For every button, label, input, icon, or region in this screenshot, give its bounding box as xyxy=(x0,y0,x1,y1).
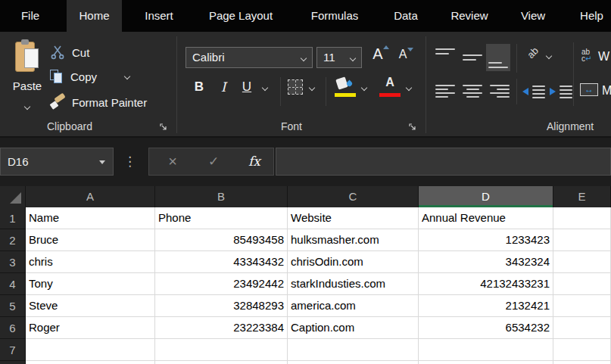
row-header-3[interactable]: 3 xyxy=(0,251,26,273)
cell-e5[interactable] xyxy=(553,295,611,317)
formula-input[interactable] xyxy=(276,148,611,176)
cell-c6[interactable]: Caption.com xyxy=(288,317,419,339)
row-header-1[interactable]: 1 xyxy=(0,207,26,229)
decrease-indent-button[interactable] xyxy=(522,81,545,102)
cell-c1[interactable]: Website xyxy=(288,207,419,229)
cell-d5[interactable]: 2132421 xyxy=(419,295,553,317)
font-dialog-launcher-icon[interactable] xyxy=(409,123,418,132)
font-name-combobox[interactable]: Calibri xyxy=(185,47,313,68)
tab-data[interactable]: Data xyxy=(385,0,427,32)
tab-page-layout[interactable]: Page Layout xyxy=(199,0,282,32)
chevron-down-icon[interactable] xyxy=(546,53,552,59)
cell-c7[interactable] xyxy=(288,339,419,361)
cell-b8-partial[interactable] xyxy=(155,361,288,364)
cell-b6[interactable]: 23223384 xyxy=(155,317,288,339)
align-center-button[interactable] xyxy=(460,79,485,103)
copy-button[interactable]: Copy xyxy=(50,67,129,86)
chevron-down-icon[interactable] xyxy=(361,85,367,91)
align-bottom-button[interactable] xyxy=(486,44,510,71)
column-header-b[interactable]: B xyxy=(155,186,288,207)
cell-d6[interactable]: 6534232 xyxy=(419,317,553,339)
cell-a2[interactable]: Bruce xyxy=(26,229,155,251)
column-header-a[interactable]: A xyxy=(26,186,155,207)
cancel-button[interactable]: × xyxy=(157,148,189,175)
chevron-down-icon[interactable] xyxy=(406,85,412,91)
cell-e4[interactable] xyxy=(553,273,611,295)
column-header-e[interactable]: E xyxy=(553,186,611,207)
cell-a7[interactable] xyxy=(26,339,155,361)
cell-a8-partial[interactable] xyxy=(26,361,155,364)
cell-d7[interactable] xyxy=(419,339,553,361)
tab-help[interactable]: Help xyxy=(572,0,611,32)
clipboard-dialog-launcher-icon[interactable] xyxy=(160,123,169,132)
font-color-button[interactable]: A xyxy=(379,76,401,89)
align-middle-button[interactable] xyxy=(460,45,485,70)
enter-button[interactable]: ✓ xyxy=(198,148,229,175)
cell-e2[interactable] xyxy=(553,229,611,251)
name-box[interactable]: D16 xyxy=(0,148,114,176)
select-all-corner[interactable] xyxy=(0,186,26,207)
bold-button[interactable]: B xyxy=(189,79,209,95)
cell-e7[interactable] xyxy=(553,339,611,361)
row-header-4[interactable]: 4 xyxy=(0,273,26,295)
cell-c4[interactable]: starkIndusties.com xyxy=(288,273,419,295)
cell-a3[interactable]: chris xyxy=(26,251,155,273)
tab-home[interactable]: Home xyxy=(67,0,122,32)
cell-e8-partial[interactable] xyxy=(553,361,611,364)
cell-e3[interactable] xyxy=(553,251,611,273)
chevron-down-icon[interactable] xyxy=(124,73,130,79)
cell-c2[interactable]: hulksmasher.com xyxy=(288,229,419,251)
insert-function-button[interactable]: fx xyxy=(238,148,270,175)
column-header-d-selected[interactable]: D xyxy=(419,186,553,207)
cell-e6[interactable] xyxy=(553,317,611,339)
cell-d2[interactable]: 1233423 xyxy=(419,229,553,251)
row-header-7[interactable]: 7 xyxy=(0,339,26,361)
cell-d4[interactable]: 42132433231 xyxy=(419,273,553,295)
row-header-8-partial[interactable] xyxy=(0,361,26,364)
italic-button[interactable]: I xyxy=(214,79,232,95)
cell-c8-partial[interactable] xyxy=(288,361,419,364)
tab-file[interactable]: File xyxy=(11,0,50,32)
chevron-down-icon[interactable] xyxy=(262,85,268,91)
tab-formulas[interactable]: Formulas xyxy=(303,0,366,32)
cell-b7[interactable] xyxy=(155,339,288,361)
increase-font-size-button[interactable]: A xyxy=(368,45,388,63)
cell-c5[interactable]: america.com xyxy=(288,295,419,317)
cell-c3[interactable]: chrisOdin.com xyxy=(288,251,419,273)
decrease-font-size-button[interactable]: A xyxy=(394,48,412,61)
cell-b4[interactable]: 23492442 xyxy=(155,273,288,295)
tab-view[interactable]: View xyxy=(513,0,553,32)
fill-color-button[interactable] xyxy=(334,76,354,92)
cell-a6[interactable]: Roger xyxy=(26,317,155,339)
column-header-c[interactable]: C xyxy=(288,186,419,207)
cell-d1[interactable]: Annual Revenue xyxy=(419,207,553,229)
paste-button[interactable]: Paste xyxy=(6,39,48,121)
cut-button[interactable]: Cut xyxy=(50,42,89,62)
cell-a5[interactable]: Steve xyxy=(26,295,155,317)
cell-d8-partial[interactable] xyxy=(419,361,553,364)
cell-e1[interactable] xyxy=(553,207,611,229)
row-header-5[interactable]: 5 xyxy=(0,295,26,317)
format-painter-button[interactable]: Format Painter xyxy=(50,92,147,112)
underline-button[interactable]: U xyxy=(237,79,257,95)
cell-a1[interactable]: Name xyxy=(26,207,155,229)
chevron-down-icon[interactable] xyxy=(309,85,315,91)
cell-d3[interactable]: 3432324 xyxy=(419,251,553,273)
increase-indent-button[interactable] xyxy=(550,81,572,102)
borders-button[interactable] xyxy=(288,79,303,95)
tab-review[interactable]: Review xyxy=(442,0,497,32)
cell-a4[interactable]: Tony xyxy=(26,273,155,295)
cell-b5[interactable]: 32848293 xyxy=(155,295,288,317)
cell-b3[interactable]: 43343432 xyxy=(155,251,288,273)
cell-b1[interactable]: Phone xyxy=(155,207,288,229)
align-top-button[interactable] xyxy=(433,45,457,70)
cell-b2[interactable]: 85493458 xyxy=(155,229,288,251)
tab-insert[interactable]: Insert xyxy=(136,0,182,32)
row-header-6[interactable]: 6 xyxy=(0,317,26,339)
align-right-button[interactable] xyxy=(488,79,512,103)
row-header-2[interactable]: 2 xyxy=(0,229,26,251)
more-options-icon[interactable]: ⋮ xyxy=(123,148,136,176)
align-left-button[interactable] xyxy=(433,79,457,103)
font-size-combobox[interactable]: 11 xyxy=(316,47,362,68)
orientation-button[interactable]: ab xyxy=(522,45,542,65)
